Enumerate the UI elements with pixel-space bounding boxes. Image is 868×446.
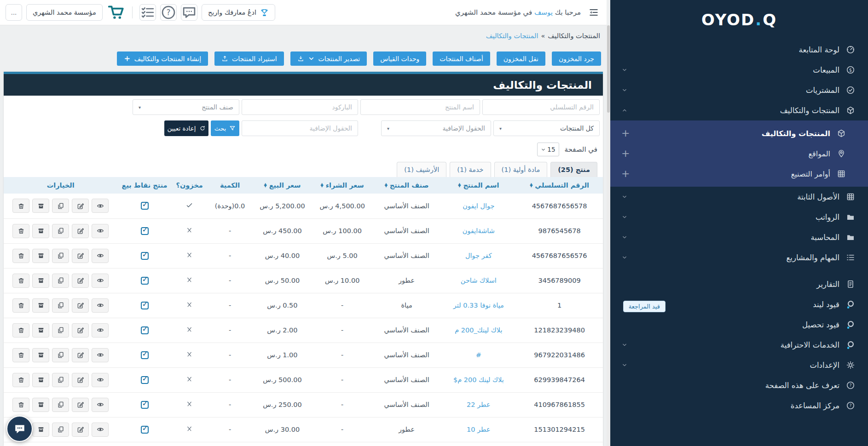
per-page-select[interactable]: 15 (537, 143, 559, 156)
view-button[interactable] (92, 323, 109, 337)
cart-icon[interactable] (107, 4, 125, 21)
view-button[interactable] (92, 373, 109, 387)
action-button-6[interactable]: إنشاء المنتجات والتكاليف (117, 51, 208, 66)
edit-button[interactable] (72, 323, 89, 337)
sidebar-item-3[interactable]: المنتجات والتكاليف (610, 100, 868, 120)
product-name-link[interactable]: بلاك لينك 200 م$ (453, 376, 504, 383)
sidebar-toggle-icon[interactable] (588, 7, 599, 18)
sidebar-subitem-2[interactable]: أوامر التصنيع + (610, 164, 868, 184)
category-select[interactable]: صنف المنتج ▾ (133, 99, 239, 115)
edit-button[interactable] (72, 298, 89, 313)
sidebar-item-8[interactable]: التقارير (610, 274, 868, 294)
delete-button[interactable] (12, 274, 29, 288)
pos-product-checkbox[interactable] (141, 326, 149, 334)
invite-button[interactable]: ادعُ معارفك واربح (202, 4, 275, 21)
serial-input[interactable] (482, 99, 600, 115)
action-button-5[interactable]: استيراد المنتجات (214, 51, 284, 66)
duplicate-button[interactable] (52, 423, 69, 437)
delete-button[interactable] (12, 199, 29, 213)
product-name-input[interactable] (360, 99, 480, 115)
duplicate-button[interactable] (52, 373, 69, 387)
product-name-link[interactable]: # (476, 351, 481, 359)
edit-button[interactable] (72, 423, 89, 437)
archive-button[interactable] (32, 398, 49, 412)
action-button-3[interactable]: وحدات القياس (373, 51, 426, 66)
edit-button[interactable] (72, 249, 89, 263)
barcode-input[interactable] (242, 99, 358, 115)
pos-product-checkbox[interactable] (141, 351, 149, 359)
duplicate-button[interactable] (52, 224, 69, 238)
all-products-select[interactable]: كل المنتجات ▾ (493, 120, 600, 136)
sidebar-item-12[interactable]: الإعدادات (610, 355, 868, 375)
view-button[interactable] (92, 423, 109, 437)
sidebar-item-5[interactable]: الرواتب (610, 207, 868, 227)
pos-product-checkbox[interactable] (141, 252, 149, 260)
sidebar-item-4[interactable]: الأصول الثابتة (610, 187, 868, 207)
view-button[interactable] (92, 298, 109, 313)
archive-button[interactable] (32, 373, 49, 387)
tab-3[interactable]: الأرشيف (1) (397, 162, 446, 177)
plus-icon[interactable]: + (621, 169, 630, 179)
product-name-link[interactable]: مياة نوفا 0.33 لتر (453, 302, 504, 309)
search-button[interactable]: بحث (211, 120, 239, 136)
edit-button[interactable] (72, 199, 89, 213)
sidebar-subitem-0[interactable]: المنتجات والتكاليف + (610, 123, 868, 143)
duplicate-button[interactable] (52, 274, 69, 288)
plus-icon[interactable]: + (621, 149, 630, 159)
action-button-1[interactable]: نقل المخزون (497, 51, 545, 66)
scrollbar-thumb[interactable] (607, 25, 610, 113)
pos-product-checkbox[interactable] (141, 202, 149, 210)
edit-button[interactable] (72, 373, 89, 387)
view-button[interactable] (92, 224, 109, 238)
sidebar-item-11[interactable]: الخدمات الاحترافية (610, 335, 868, 355)
pos-product-checkbox[interactable] (141, 426, 149, 434)
archive-button[interactable] (32, 199, 49, 213)
pos-product-checkbox[interactable] (141, 376, 149, 384)
sidebar-item-13[interactable]: ? تعرف على هذه الصفحة (610, 375, 868, 395)
delete-button[interactable] (12, 224, 29, 238)
edit-button[interactable] (72, 348, 89, 362)
product-name-link[interactable]: بلاك لينك_200 م (455, 326, 502, 334)
column-header-0[interactable]: الرقم التسلسلي▲▼ (516, 177, 603, 194)
action-button-2[interactable]: أصناف المنتجات (433, 51, 490, 66)
duplicate-button[interactable] (52, 298, 69, 313)
column-header-1[interactable]: اسم المنتج▲▼ (441, 177, 516, 194)
delete-button[interactable] (12, 323, 29, 337)
plus-icon[interactable]: + (621, 128, 630, 138)
sidebar-item-10[interactable]: قيود تحصيل (610, 314, 868, 335)
sidebar-item-2[interactable]: المشتريات (610, 80, 868, 100)
edit-button[interactable] (72, 398, 89, 412)
sidebar-item-1[interactable]: $ المبيعات (610, 60, 868, 80)
more-button[interactable]: ... (6, 4, 22, 21)
product-name-link[interactable]: كفر جوال (465, 252, 492, 259)
archive-button[interactable] (32, 323, 49, 337)
view-button[interactable] (92, 274, 109, 288)
help-button[interactable]: ? (160, 4, 177, 21)
delete-button[interactable] (12, 373, 29, 387)
product-name-link[interactable]: جوال ايفون (463, 202, 494, 210)
archive-button[interactable] (32, 274, 49, 288)
welcome-username[interactable]: يوسف (534, 8, 553, 17)
archive-button[interactable] (32, 423, 49, 437)
view-button[interactable] (92, 249, 109, 263)
delete-button[interactable] (12, 298, 29, 313)
delete-button[interactable] (12, 398, 29, 412)
pos-product-checkbox[interactable] (141, 401, 149, 409)
edit-button[interactable] (72, 224, 89, 238)
tab-0[interactable]: منتج (25) (550, 162, 597, 177)
delete-button[interactable] (12, 249, 29, 263)
page-scrollbar[interactable] (607, 25, 610, 446)
product-name-link[interactable]: عطر 22 (467, 401, 491, 408)
pos-product-checkbox[interactable] (141, 277, 149, 285)
action-button-0[interactable]: جرد المخزون (552, 51, 601, 66)
company-selector[interactable]: مؤسسة محمد الشهري (26, 4, 103, 21)
reset-button[interactable]: إعادة تعيين (164, 120, 208, 136)
chat-widget-button[interactable] (6, 416, 33, 442)
action-button-4[interactable]: تصدير المنتجات (290, 51, 367, 66)
pos-product-checkbox[interactable] (141, 302, 149, 309)
edit-button[interactable] (72, 274, 89, 288)
duplicate-button[interactable] (52, 249, 69, 263)
extra-fields-input[interactable] (242, 120, 358, 136)
checklist-button[interactable] (139, 4, 156, 21)
product-name-link[interactable]: عطر 10 (467, 426, 491, 433)
